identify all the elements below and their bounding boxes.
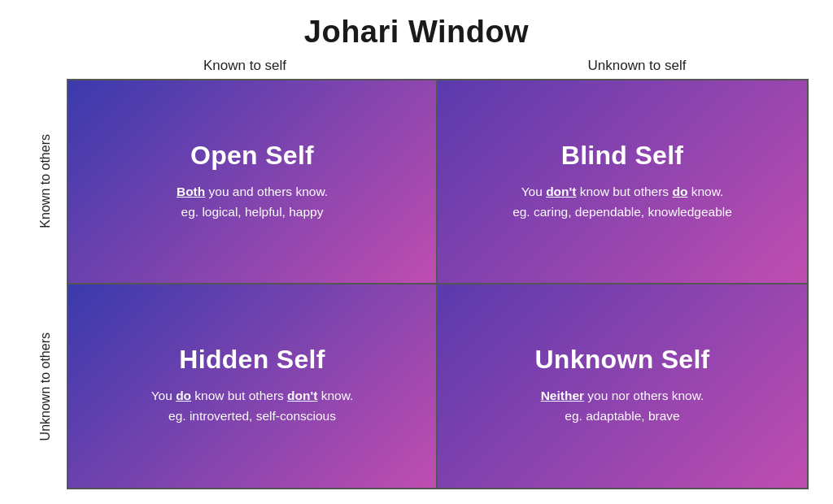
open-self-desc: Both you and others know.eg. logical, he… <box>177 182 328 223</box>
quadrant-open-self: Open Self Both you and others know.eg. l… <box>68 80 438 285</box>
hidden-self-title: Hidden Self <box>179 345 325 375</box>
grid-wrapper: Known to others Unknown to others Open S… <box>24 79 809 489</box>
blind-self-title: Blind Self <box>561 141 684 171</box>
open-self-title: Open Self <box>190 141 314 171</box>
row-label-unknown: Unknown to others <box>24 285 67 490</box>
col-header-known: Known to self <box>49 58 441 79</box>
page-title: Johari Window <box>304 15 529 50</box>
blind-self-emphasis-dont: don't <box>546 185 576 198</box>
unknown-self-title: Unknown Self <box>534 345 709 375</box>
johari-grid: Open Self Both you and others know.eg. l… <box>67 79 809 489</box>
quadrant-unknown-self: Unknown Self Neither you nor others know… <box>438 285 807 489</box>
unknown-self-desc: Neither you nor others know.eg. adaptabl… <box>541 386 704 427</box>
row-label-known: Known to others <box>24 79 67 285</box>
hidden-self-emphasis-do: do <box>176 389 191 402</box>
blind-self-emphasis-do: do <box>672 185 687 198</box>
hidden-self-desc: You do know but others don't know.eg. in… <box>151 386 354 427</box>
column-headers: Known to self Unknown to self <box>49 58 833 79</box>
unknown-self-emphasis-neither: Neither <box>541 389 584 402</box>
hidden-self-emphasis-dont: don't <box>287 389 317 402</box>
open-self-emphasis-both: Both <box>177 185 205 198</box>
quadrant-blind-self: Blind Self You don't know but others do … <box>438 80 807 285</box>
blind-self-desc: You don't know but others do know.eg. ca… <box>512 182 732 223</box>
col-header-unknown: Unknown to self <box>441 58 833 79</box>
quadrant-hidden-self: Hidden Self You do know but others don't… <box>68 285 438 489</box>
row-labels: Known to others Unknown to others <box>24 79 67 489</box>
